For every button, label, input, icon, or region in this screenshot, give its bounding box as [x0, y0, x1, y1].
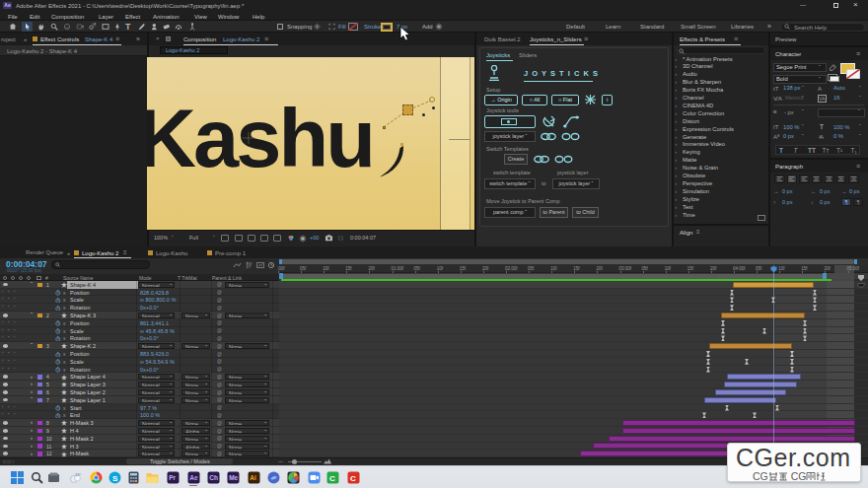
- svg-text:C: C: [350, 473, 356, 482]
- svg-text:Pr: Pr: [169, 474, 176, 481]
- svg-text:S: S: [112, 473, 118, 482]
- svg-text:Ai: Ai: [250, 474, 256, 481]
- svg-text:Ae: Ae: [189, 474, 198, 481]
- svg-text:Me: Me: [229, 474, 238, 481]
- svg-text:19°: 19°: [75, 472, 81, 477]
- svg-text:C: C: [329, 473, 335, 482]
- svg-text:Ch: Ch: [209, 474, 218, 481]
